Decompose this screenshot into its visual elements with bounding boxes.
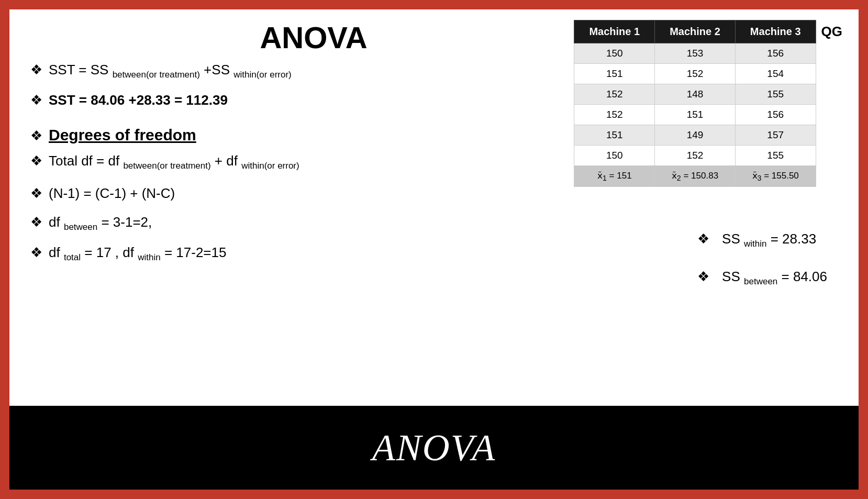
anova-table: Machine 1 Machine 2 Machine 3 QG 1501531… <box>574 20 848 187</box>
ss-within-line: ❖ SS within = 28.33 <box>697 229 827 250</box>
df-between: df between = 3-1=2, <box>49 213 152 234</box>
table-means-row: x̄1 = 151 x̄2 = 150.83 x̄3 = 155.50 <box>574 166 848 187</box>
table-row: 152151156 <box>574 105 848 125</box>
table-row: 150153156 <box>574 43 848 64</box>
col-machine2: Machine 2 <box>655 20 736 43</box>
total-df-formula: Total df = df between(or treatment) + df… <box>49 151 299 172</box>
bullet-4: ❖ <box>30 153 42 169</box>
table-row: 150152155 <box>574 146 848 166</box>
bullet-6: ❖ <box>30 214 42 230</box>
content-area: ❖ SST = SS between(or treatment) +SS wit… <box>30 60 486 273</box>
ss-within-formula: SS within = 28.33 <box>722 229 816 250</box>
bullet-8: ❖ <box>697 231 709 247</box>
degrees-heading: Degrees of freedom <box>49 126 196 144</box>
bullet-7: ❖ <box>30 245 42 261</box>
footer-title: ANOVA <box>372 426 496 470</box>
n1-formula: (N-1) = (C-1) + (N-C) <box>49 184 175 203</box>
df-between-line: ❖ df between = 3-1=2, <box>30 213 486 234</box>
col-machine3: Machine 3 <box>735 20 816 43</box>
bullet-9: ❖ <box>697 269 709 285</box>
sst-values: SST = 84.06 +28.33 = 112.39 <box>49 91 228 109</box>
ss-between-line: ❖ SS between = 84.06 <box>697 267 827 288</box>
total-df-line: ❖ Total df = df between(or treatment) + … <box>30 151 486 172</box>
footer: ANOVA <box>9 406 859 490</box>
degrees-heading-line: ❖ Degrees of freedom <box>30 126 486 144</box>
table-row: 151152154 <box>574 64 848 84</box>
bullet-3: ❖ <box>30 128 42 144</box>
table-row: 152148155 <box>574 84 848 105</box>
col-machine1: Machine 1 <box>574 20 655 43</box>
data-table-container: Machine 1 Machine 2 Machine 3 QG 1501531… <box>574 20 848 187</box>
table-row: 151149157 <box>574 125 848 146</box>
qg-logo: QG <box>816 20 848 43</box>
bullet-2: ❖ <box>30 92 42 108</box>
ss-between-formula: SS between = 84.06 <box>722 267 827 288</box>
n1-formula-line: ❖ (N-1) = (C-1) + (N-C) <box>30 184 486 203</box>
df-total-line: ❖ df total = 17 , df within = 17-2=15 <box>30 243 486 264</box>
sst-formula-line: ❖ SST = SS between(or treatment) +SS wit… <box>30 60 486 81</box>
df-total: df total = 17 , df within = 17-2=15 <box>49 243 226 264</box>
bullet-1: ❖ <box>30 62 42 78</box>
bullet-5: ❖ <box>30 185 42 202</box>
main-title: ANOVA <box>30 20 607 55</box>
sst-formula: SST = SS between(or treatment) +SS withi… <box>49 60 292 81</box>
ss-values-area: ❖ SS within = 28.33 ❖ SS between = 84.06 <box>697 229 827 305</box>
main-content: ANOVA Machine 1 Machine 2 Machine 3 QG 1… <box>9 9 859 406</box>
sst-values-line: ❖ SST = 84.06 +28.33 = 112.39 <box>30 91 486 109</box>
